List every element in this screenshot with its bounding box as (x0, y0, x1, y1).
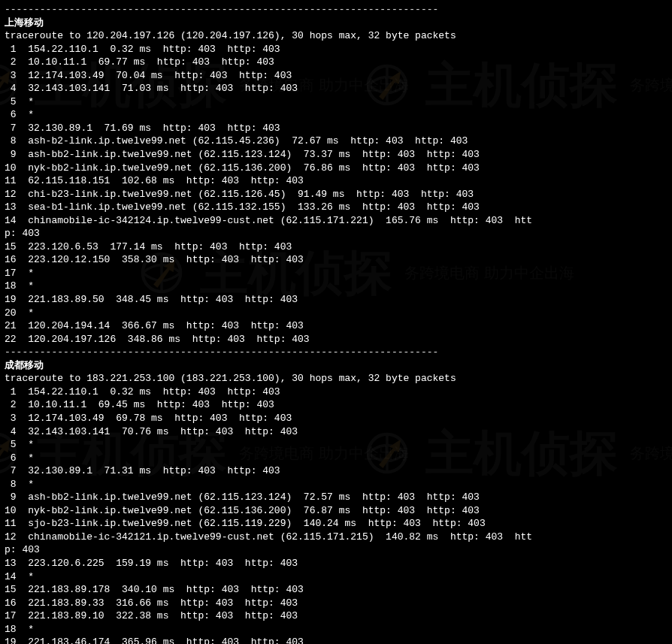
hop-line: 22 120.204.197.126 348.86 ms http: 403 h… (5, 333, 667, 346)
hop-line: 12 chi-b23-link.ip.twelve99.net (62.115.… (5, 188, 667, 201)
hop-line: 3 12.174.103.49 69.78 ms http: 403 http:… (5, 412, 667, 425)
hop-line: 8 * (5, 478, 667, 491)
hop-line: 3 12.174.103.49 70.04 ms http: 403 http:… (5, 69, 667, 83)
hop-line: 17 * (5, 267, 667, 280)
hop-line: 9 ash-bb2-link.ip.twelve99.net (62.115.1… (5, 148, 667, 162)
hop-line: 11 sjo-b23-link.ip.twelve99.net (62.115.… (5, 517, 667, 531)
section-title: 成都移动 (5, 359, 667, 373)
hop-line: 1 154.22.110.1 0.32 ms http: 403 http: 4… (5, 43, 667, 56)
divider-line: ----------------------------------------… (5, 346, 667, 359)
terminal-output: ----------------------------------------… (0, 0, 672, 644)
hop-line: 10 nyk-bb2-link.ip.twelve99.net (62.115.… (5, 504, 667, 518)
hop-line: p: 403 (5, 543, 667, 557)
divider-line: ----------------------------------------… (5, 3, 667, 17)
hop-line: 13 sea-b1-link.ip.twelve99.net (62.115.1… (5, 201, 667, 214)
hop-line: 14 chinamobile-ic-342124.ip.twelve99-cus… (5, 214, 667, 228)
section-title: 上海移动 (5, 17, 667, 30)
hop-line: 13 223.120.6.225 159.19 ms http: 403 htt… (5, 557, 667, 570)
hop-line: 16 221.183.89.33 316.66 ms http: 403 htt… (5, 597, 667, 610)
hop-line: 1 154.22.110.1 0.32 ms http: 403 http: 4… (5, 385, 667, 399)
hop-line: 15 223.120.6.53 177.14 ms http: 403 http… (5, 240, 667, 254)
hop-line: 8 ash-b2-link.ip.twelve99.net (62.115.45… (5, 135, 667, 148)
hop-line: 18 * (5, 623, 667, 636)
hop-line: 4 32.143.103.141 71.03 ms http: 403 http… (5, 82, 667, 95)
hop-line: traceroute to 183.221.253.100 (183.221.2… (5, 372, 667, 385)
hop-line: 17 221.183.89.10 322.38 ms http: 403 htt… (5, 609, 667, 623)
hop-line: 2 10.10.11.1 69.45 ms http: 403 http: 40… (5, 398, 667, 412)
hop-line: 9 ash-bb2-link.ip.twelve99.net (62.115.1… (5, 491, 667, 504)
hop-line: 7 32.130.89.1 71.69 ms http: 403 http: 4… (5, 122, 667, 135)
hop-line: 7 32.130.89.1 71.31 ms http: 403 http: 4… (5, 464, 667, 478)
hop-line: 15 221.183.89.178 340.10 ms http: 403 ht… (5, 583, 667, 597)
hop-line: 2 10.10.11.1 69.77 ms http: 403 http: 40… (5, 56, 667, 69)
hop-line: 5 * (5, 438, 667, 452)
hop-line: 14 * (5, 570, 667, 584)
hop-line: 21 120.204.194.14 366.67 ms http: 403 ht… (5, 319, 667, 333)
hop-line: p: 403 (5, 227, 667, 240)
hop-line: 6 * (5, 452, 667, 465)
hop-line: traceroute to 120.204.197.126 (120.204.1… (5, 29, 667, 43)
hop-line: 6 * (5, 108, 667, 122)
hop-line: 20 * (5, 307, 667, 320)
hop-line: 4 32.143.103.141 70.76 ms http: 403 http… (5, 425, 667, 439)
hop-line: 19 221.183.89.50 348.45 ms http: 403 htt… (5, 293, 667, 307)
hop-line: 19 221.183.46.174 365.96 ms http: 403 ht… (5, 636, 667, 644)
hop-line: 5 * (5, 95, 667, 109)
hop-line: 12 chinamobile-ic-342121.ip.twelve99-cus… (5, 531, 667, 544)
hop-line: 16 223.120.12.150 358.30 ms http: 403 ht… (5, 253, 667, 267)
hop-line: 10 nyk-bb2-link.ip.twelve99.net (62.115.… (5, 162, 667, 175)
hop-line: 11 62.115.118.151 102.68 ms http: 403 ht… (5, 174, 667, 188)
hop-line: 18 * (5, 280, 667, 293)
